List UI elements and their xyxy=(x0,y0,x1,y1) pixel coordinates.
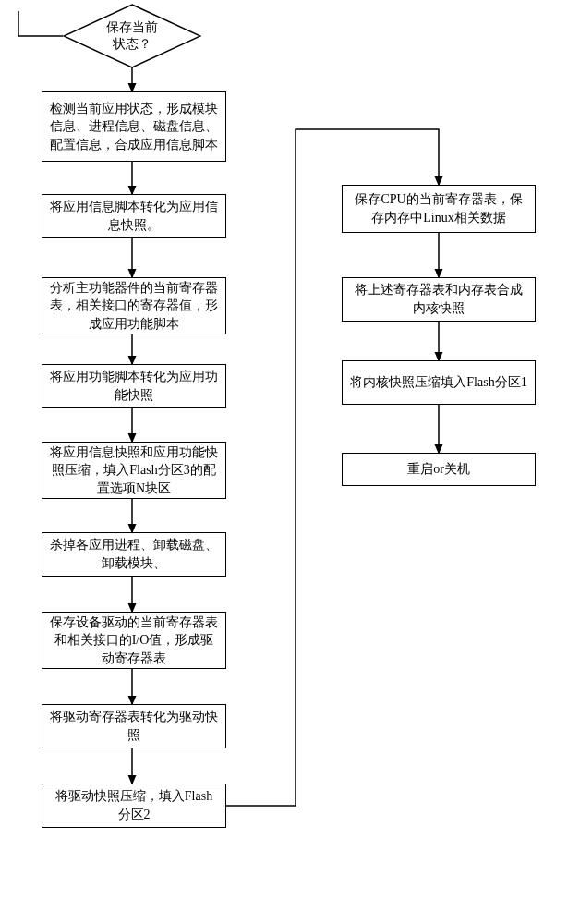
step-text: 杀掉各应用进程、卸载磁盘、卸载模块、 xyxy=(50,536,218,572)
step-text: 将应用功能脚本转化为应用功能快照 xyxy=(50,368,218,404)
step-text: 保存CPU的当前寄存器表，保存内存中Linux相关数据 xyxy=(350,190,527,226)
decision-save-state: 保存当前 状态？ xyxy=(63,4,201,68)
step-detect-app-state: 检测当前应用状态，形成模块信息、进程信息、磁盘信息、配置信息，合成应用信息脚本 xyxy=(42,91,226,162)
step-text: 将上述寄存器表和内存表合成内核快照 xyxy=(350,281,527,317)
step-reboot-shutdown: 重启or关机 xyxy=(342,453,536,486)
step-convert-driver-snapshot: 将驱动寄存器表转化为驱动快照 xyxy=(42,704,226,748)
step-text: 将驱动快照压缩，填入Flash分区2 xyxy=(50,787,218,823)
loop-arrow xyxy=(18,11,74,39)
step-compose-kernel-snapshot: 将上述寄存器表和内存表合成内核快照 xyxy=(342,277,536,322)
step-text: 保存设备驱动的当前寄存器表和相关接口的I/O值，形成驱动寄存器表 xyxy=(50,614,218,668)
decision-text-line2: 状态？ xyxy=(113,37,151,51)
step-convert-info-snapshot: 将应用信息脚本转化为应用信息快照。 xyxy=(42,194,226,238)
step-save-cpu-registers: 保存CPU的当前寄存器表，保存内存中Linux相关数据 xyxy=(342,185,536,233)
step-kill-processes: 杀掉各应用进程、卸载磁盘、卸载模块、 xyxy=(42,532,226,577)
step-text: 分析主功能器件的当前寄存器表，相关接口的寄存器值，形成应用功能脚本 xyxy=(50,279,218,334)
step-text: 将内核快照压缩填入Flash分区1 xyxy=(350,373,526,392)
flowchart-container: 保存当前 状态？ 检测当前应用状态，形成模块信息、进程信息、磁盘信息、配置信息，… xyxy=(0,0,580,924)
step-text: 将驱动寄存器表转化为驱动快照 xyxy=(50,708,218,744)
step-text: 重启or关机 xyxy=(407,460,470,479)
step-text: 将应用信息脚本转化为应用信息快照。 xyxy=(50,198,218,234)
decision-text-line1: 保存当前 xyxy=(106,20,158,34)
step-compress-flash1: 将内核快照压缩填入Flash分区1 xyxy=(342,360,536,405)
step-compress-flash2: 将驱动快照压缩，填入Flash分区2 xyxy=(42,784,226,828)
step-analyze-registers: 分析主功能器件的当前寄存器表，相关接口的寄存器值，形成应用功能脚本 xyxy=(42,277,226,334)
step-compress-flash3: 将应用信息快照和应用功能快照压缩，填入Flash分区3的配置选项N块区 xyxy=(42,442,226,499)
step-text: 检测当前应用状态，形成模块信息、进程信息、磁盘信息、配置信息，合成应用信息脚本 xyxy=(50,100,218,154)
step-convert-func-snapshot: 将应用功能脚本转化为应用功能快照 xyxy=(42,364,226,408)
step-save-driver-registers: 保存设备驱动的当前寄存器表和相关接口的I/O值，形成驱动寄存器表 xyxy=(42,612,226,669)
step-text: 将应用信息快照和应用功能快照压缩，填入Flash分区3的配置选项N块区 xyxy=(50,444,218,498)
